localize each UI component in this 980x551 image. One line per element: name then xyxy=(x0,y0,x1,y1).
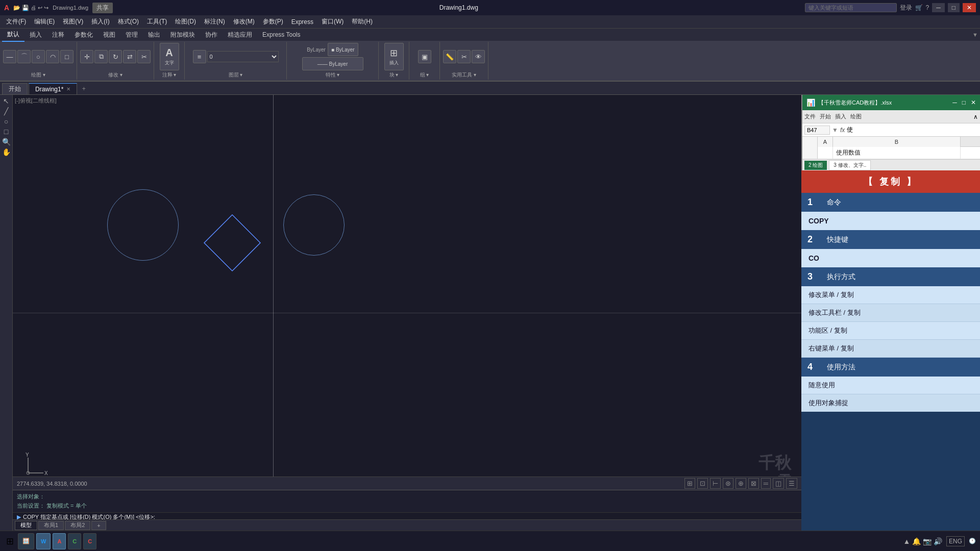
menu-modify[interactable]: 修改(M) xyxy=(229,16,259,28)
ribbon-group-draw: — ⌒ ○ ◠ □ 绘图 ▾ xyxy=(0,42,77,80)
tab-param[interactable]: 参数化 xyxy=(69,29,98,41)
search-input[interactable] xyxy=(805,3,897,12)
polar-icon[interactable]: ⊛ xyxy=(723,478,733,489)
lineweight-icon[interactable]: ═ xyxy=(761,478,771,489)
transparency-icon[interactable]: ◫ xyxy=(773,478,784,489)
tab-start[interactable]: 开始 xyxy=(2,83,28,94)
excel-close[interactable]: ✕ xyxy=(971,99,976,106)
clip-btn[interactable]: ✂ xyxy=(457,50,471,63)
menu-dim[interactable]: 标注(N) xyxy=(200,16,229,28)
start-btn[interactable]: ⊞ xyxy=(4,534,16,549)
excel-tab-draw[interactable]: 2 绘图 xyxy=(804,161,827,170)
tab-featured[interactable]: 精选应用 xyxy=(223,29,257,41)
grid-icon[interactable]: ⊞ xyxy=(684,478,695,489)
col-header-a[interactable]: A xyxy=(818,137,833,147)
circle-btn[interactable]: ○ xyxy=(32,50,45,63)
ortho-icon[interactable]: ⊢ xyxy=(710,478,721,489)
tab-insert[interactable]: 插入 xyxy=(24,29,47,41)
taskbar-app4[interactable]: C xyxy=(83,533,96,549)
lt-line[interactable]: ╱ xyxy=(4,107,8,115)
view-btn[interactable]: 👁 xyxy=(472,50,485,63)
tab-collab[interactable]: 协作 xyxy=(200,29,223,41)
ribbon-collapse[interactable]: ▼ xyxy=(972,32,978,38)
menu-view[interactable]: 视图(V) xyxy=(59,16,87,28)
excel-ribbon-collapse[interactable]: ∧ xyxy=(973,113,978,120)
layout-tab-layout2[interactable]: 布局2 xyxy=(65,521,90,530)
excel-tab-modify[interactable]: 3 修改、文字.. xyxy=(829,160,871,170)
tab-view[interactable]: 视图 xyxy=(98,29,120,41)
cell-b1[interactable]: 使用数值 xyxy=(833,147,961,159)
rect-btn[interactable]: □ xyxy=(60,50,74,63)
layer-prop-btn[interactable]: ≡ xyxy=(193,50,206,63)
excel-menu-insert[interactable]: 插入 xyxy=(835,113,846,120)
lt-select[interactable]: ↖ xyxy=(3,97,9,105)
tab-manage[interactable]: 管理 xyxy=(120,29,143,41)
excel-menu-file[interactable]: 文件 xyxy=(804,113,816,120)
maximize-btn[interactable]: □ xyxy=(948,3,960,12)
menu-insert[interactable]: 插入(I) xyxy=(87,16,113,28)
taskbar-autocad[interactable]: A xyxy=(53,533,66,549)
col-header-b[interactable]: B xyxy=(833,137,961,147)
layout-tab-add[interactable]: + xyxy=(91,521,106,530)
menu-window[interactable]: 窗口(W) xyxy=(317,16,348,28)
layout-tab-model[interactable]: 模型 xyxy=(15,521,37,530)
excel-menu-home[interactable]: 开始 xyxy=(820,113,831,120)
polyline-btn[interactable]: ⌒ xyxy=(17,50,31,63)
lt-rect[interactable]: □ xyxy=(4,128,8,136)
trim-btn[interactable]: ✂ xyxy=(137,50,151,63)
insert-btn[interactable]: ⊞ 插入 xyxy=(384,43,404,70)
lt-zoom[interactable]: 🔍 xyxy=(2,138,11,146)
tab-output[interactable]: 输出 xyxy=(143,29,165,41)
user-login[interactable]: 登录 xyxy=(900,4,912,12)
layer-select[interactable]: 0 xyxy=(207,51,279,62)
menu-express[interactable]: Express xyxy=(287,17,317,27)
tab-add-btn[interactable]: + xyxy=(78,83,89,94)
excel-maximize[interactable]: □ xyxy=(962,99,966,106)
tab-drawing1-close[interactable]: ✕ xyxy=(66,86,70,92)
tab-annotate[interactable]: 注释 xyxy=(47,29,69,41)
group-btn[interactable]: ▣ xyxy=(418,50,431,63)
taskbar-win[interactable]: 🪟 xyxy=(18,533,34,549)
rotate-btn[interactable]: ↻ xyxy=(109,50,122,63)
lang-indicator[interactable]: ENG xyxy=(946,536,965,546)
menu-draw[interactable]: 绘图(D) xyxy=(171,16,200,28)
cell-ref-input[interactable] xyxy=(804,126,830,135)
tab-addon[interactable]: 附加模块 xyxy=(165,29,200,41)
lt-pan[interactable]: ✋ xyxy=(2,148,11,156)
arc-btn[interactable]: ◠ xyxy=(46,50,59,63)
cad-viewport[interactable]: [-]俯视[二维线框] 千秋 雪 Y X xyxy=(13,95,801,531)
cart-icon[interactable]: 🛒 xyxy=(915,4,923,11)
menu-tools[interactable]: 工具(T) xyxy=(143,16,171,28)
menu-format[interactable]: 格式(O) xyxy=(114,16,143,28)
linetype-btn[interactable]: —— ByLayer xyxy=(302,57,363,70)
tab-express[interactable]: Express Tools xyxy=(257,29,305,40)
color-btn[interactable]: ■ ByLayer xyxy=(328,43,358,56)
tab-default[interactable]: 默认 xyxy=(2,28,24,42)
taskbar-app3[interactable]: C xyxy=(68,533,81,549)
layout-tab-layout1[interactable]: 布局1 xyxy=(38,521,64,530)
minimize-btn[interactable]: ─ xyxy=(932,3,945,12)
close-btn[interactable]: ✕ xyxy=(963,3,976,12)
menu-file[interactable]: 文件(F) xyxy=(2,16,30,28)
tab-drawing1[interactable]: Drawing1* ✕ xyxy=(29,83,77,94)
text-btn[interactable]: A 文字 xyxy=(160,43,179,70)
measure-btn[interactable]: 📏 xyxy=(443,50,456,63)
excel-menu-draw[interactable]: 绘图 xyxy=(850,113,862,120)
taskbar-word[interactable]: W xyxy=(36,533,51,549)
help-icon[interactable]: ? xyxy=(926,4,929,11)
mirror-btn[interactable]: ⇄ xyxy=(123,50,136,63)
share-btn[interactable]: 共享 xyxy=(92,3,113,13)
excel-minimize[interactable]: ─ xyxy=(952,99,957,106)
lt-circle[interactable]: ○ xyxy=(4,117,8,126)
cell-a1[interactable] xyxy=(818,147,833,159)
menu-param[interactable]: 参数(P) xyxy=(259,16,287,28)
menubar-icon[interactable]: ☰ xyxy=(786,478,797,489)
line-btn[interactable]: — xyxy=(3,50,16,63)
menu-help[interactable]: 帮助(H) xyxy=(348,16,377,28)
copy-btn[interactable]: ⧉ xyxy=(94,50,108,63)
dynamic-icon[interactable]: ⊠ xyxy=(748,478,759,489)
menu-edit[interactable]: 编辑(E) xyxy=(30,16,59,28)
osnap-icon[interactable]: ⊕ xyxy=(736,478,746,489)
snap-icon[interactable]: ⊡ xyxy=(697,478,708,489)
move-btn[interactable]: ✛ xyxy=(80,50,93,63)
